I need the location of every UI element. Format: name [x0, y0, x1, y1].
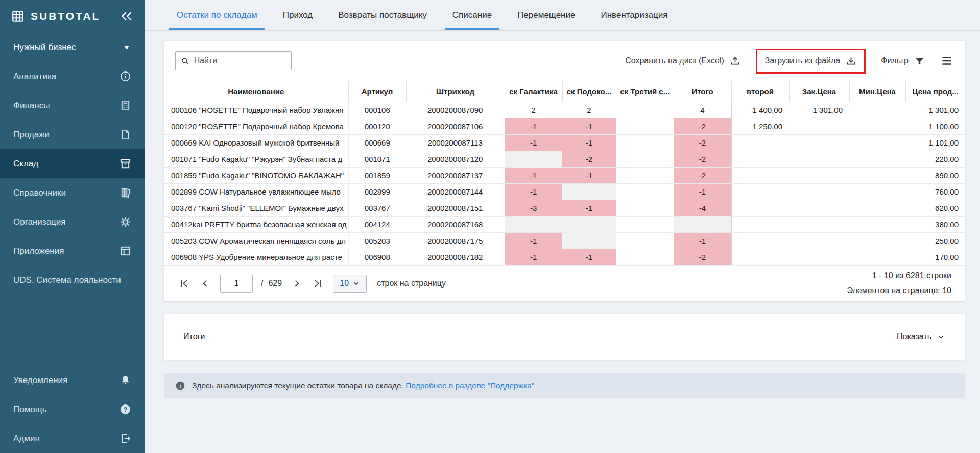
cell-galaktika[interactable]: -1	[505, 168, 562, 184]
cell-podoko[interactable]: -1	[562, 249, 616, 266]
cell-name[interactable]: 000106 "ROSETTE" Подарочный набор Увлажн…	[164, 102, 348, 118]
cell-vtoroy[interactable]: 1 400,00	[731, 102, 789, 118]
sidebar-item-analytics[interactable]: Аналитика	[0, 62, 145, 91]
column-header-vtoroy[interactable]: второй	[731, 81, 789, 102]
sidebar-item-sales[interactable]: Продажи	[0, 120, 145, 149]
cell-min[interactable]	[849, 217, 905, 233]
table-row[interactable]: 005203 COW Ароматическая пенящаяся соль …	[164, 233, 965, 249]
menu-icon[interactable]	[940, 54, 953, 67]
prev-page-button[interactable]	[199, 278, 212, 289]
table-row[interactable]: 000669 KAI Одноразовый мужской бритвенны…	[164, 135, 965, 151]
sidebar-item-apps[interactable]: Приложения	[0, 236, 145, 266]
cell-tretiy[interactable]	[616, 118, 674, 135]
save-excel-button[interactable]: Сохранить на диск (Excel)	[625, 56, 740, 66]
cell-galaktika[interactable]	[505, 217, 562, 233]
cell-zak[interactable]: 1 301,00	[789, 102, 849, 118]
column-header-itogo[interactable]: Итого	[674, 81, 731, 102]
sidebar-item-admin[interactable]: Админ	[0, 424, 145, 453]
cell-itogo[interactable]: -4	[674, 200, 731, 217]
cell-galaktika[interactable]: 2	[505, 102, 562, 118]
cell-tretiy[interactable]	[616, 168, 674, 184]
cell-vtoroy[interactable]	[731, 217, 789, 233]
cell-min[interactable]	[849, 135, 905, 151]
cell-price[interactable]: 1 101,00	[905, 135, 965, 151]
cell-min[interactable]	[849, 233, 905, 249]
cell-tretiy[interactable]	[616, 200, 674, 217]
cell-galaktika[interactable]	[505, 151, 562, 168]
cell-podoko[interactable]: 2	[562, 102, 616, 118]
column-header-tretiy[interactable]: ск Третий с...	[616, 81, 674, 102]
cell-vtoroy[interactable]	[731, 249, 789, 266]
tab-stocks[interactable]: Остатки по складам	[164, 0, 270, 30]
sidebar-collapse-icon[interactable]	[120, 10, 133, 23]
cell-tretiy[interactable]	[616, 135, 674, 151]
cell-galaktika[interactable]: -1	[505, 233, 562, 249]
sidebar-item-notifications[interactable]: Уведомления	[0, 366, 145, 395]
cell-name[interactable]: 000669 KAI Одноразовый мужской бритвенны…	[164, 135, 348, 151]
cell-zak[interactable]	[789, 168, 849, 184]
cell-vtoroy[interactable]	[731, 233, 789, 249]
tab-writeoff[interactable]: Списание	[440, 0, 505, 30]
column-header-name[interactable]: Наименование	[164, 81, 348, 102]
cell-podoko[interactable]: -1	[562, 200, 616, 217]
cell-name[interactable]: 003767 "Kami Shodji" "ELLEMOI" Бумажные …	[164, 200, 348, 217]
cell-galaktika[interactable]: -3	[505, 200, 562, 217]
column-header-zak[interactable]: Зак.Цена	[789, 81, 849, 102]
cell-tretiy[interactable]	[616, 184, 674, 200]
column-header-barcode[interactable]: Штрихкод	[406, 81, 505, 102]
cell-itogo[interactable]: -1	[674, 184, 731, 200]
cell-sku[interactable]: 001071	[348, 151, 406, 168]
cell-barcode[interactable]: 2000200087106	[406, 118, 505, 135]
table-row[interactable]: 000106 "ROSETTE" Подарочный набор Увлажн…	[164, 102, 965, 118]
last-page-button[interactable]	[312, 278, 325, 289]
cell-price[interactable]: 170,00	[905, 249, 965, 266]
cell-galaktika[interactable]: -1	[505, 135, 562, 151]
cell-sku[interactable]: 001859	[348, 168, 406, 184]
column-header-galaktika[interactable]: ск Галактика	[505, 81, 562, 102]
cell-min[interactable]	[849, 168, 905, 184]
cell-itogo[interactable]: -2	[674, 249, 731, 266]
totals-show-button[interactable]: Показать	[897, 332, 945, 341]
cell-name[interactable]: 00412kai PRETTY бритва безопасная женска…	[164, 217, 348, 233]
cell-sku[interactable]: 004124	[348, 217, 406, 233]
cell-name[interactable]: 001071 "Fudo Kagaku" "Рэкурэн" Зубная па…	[164, 151, 348, 168]
cell-barcode[interactable]: 2000200087151	[406, 200, 505, 217]
sidebar-item-business[interactable]: Нужный бизнес	[0, 33, 145, 62]
tab-inventory[interactable]: Инвентаризация	[588, 0, 680, 30]
page-number-input[interactable]	[220, 275, 253, 293]
cell-zak[interactable]	[789, 184, 849, 200]
cell-vtoroy[interactable]	[731, 151, 789, 168]
cell-name[interactable]: 002899 COW Натуральное увлажняющее мыло	[164, 184, 348, 200]
cell-barcode[interactable]: 2000200087175	[406, 233, 505, 249]
cell-galaktika[interactable]: -1	[505, 249, 562, 266]
cell-podoko[interactable]: -1	[562, 168, 616, 184]
page-size-select[interactable]: 10	[333, 275, 367, 293]
cell-tretiy[interactable]	[616, 249, 674, 266]
cell-sku[interactable]: 002899	[348, 184, 406, 200]
cell-zak[interactable]	[789, 135, 849, 151]
cell-galaktika[interactable]: -1	[505, 118, 562, 135]
cell-zak[interactable]	[789, 249, 849, 266]
sidebar-item-organization[interactable]: Организация	[0, 207, 145, 236]
cell-vtoroy[interactable]	[731, 168, 789, 184]
cell-price[interactable]: 220,00	[905, 151, 965, 168]
tab-returns[interactable]: Возвраты поставщику	[325, 0, 440, 30]
filter-button[interactable]: Фильтр	[881, 56, 925, 66]
cell-min[interactable]	[849, 184, 905, 200]
cell-vtoroy[interactable]	[731, 184, 789, 200]
table-row[interactable]: 006908 YPS Удобрение минеральное для рас…	[164, 249, 965, 266]
cell-itogo[interactable]: -2	[674, 151, 731, 168]
cell-price[interactable]: 1 100,00	[905, 118, 965, 135]
cell-podoko[interactable]	[562, 217, 616, 233]
cell-zak[interactable]	[789, 233, 849, 249]
cell-barcode[interactable]: 2000200087090	[406, 102, 505, 118]
cell-name[interactable]: 000120 "ROSETTE" Подарочный набор Кремов…	[164, 118, 348, 135]
cell-podoko[interactable]	[562, 233, 616, 249]
cell-zak[interactable]	[789, 217, 849, 233]
search-box[interactable]	[175, 51, 292, 70]
column-header-price[interactable]: Цена прод...	[905, 81, 965, 102]
cell-tretiy[interactable]	[616, 217, 674, 233]
cell-barcode[interactable]: 2000200087137	[406, 168, 505, 184]
cell-sku[interactable]: 000120	[348, 118, 406, 135]
cell-name[interactable]: 005203 COW Ароматическая пенящаяся соль …	[164, 233, 348, 249]
